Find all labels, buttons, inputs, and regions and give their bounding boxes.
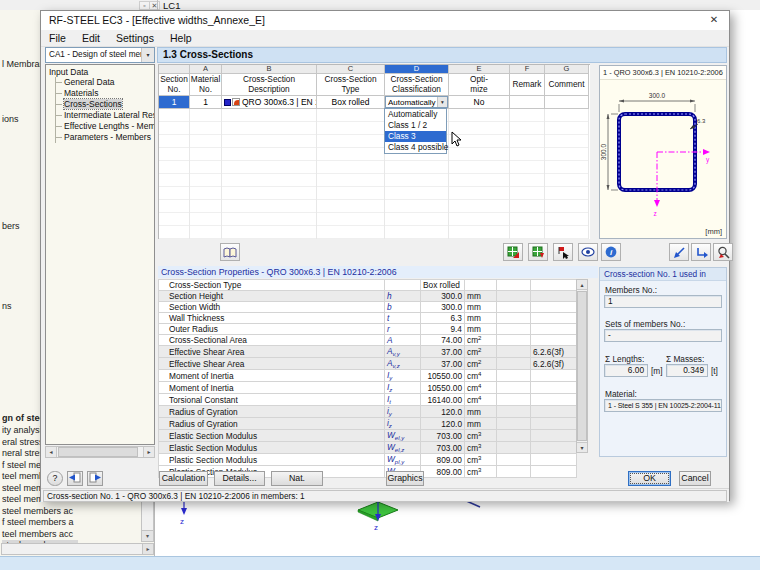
details-button[interactable]: Details... <box>214 471 265 486</box>
scroll-down-icon[interactable]: ▾ <box>577 442 587 452</box>
property-symbol: r <box>385 324 421 335</box>
property-reference <box>531 382 577 394</box>
chevron-down-icon[interactable]: ▾ <box>141 48 154 62</box>
default-view-button[interactable] <box>669 243 689 261</box>
calculation-button[interactable]: Calculation <box>159 471 208 486</box>
scroll-left-icon[interactable]: ◂ <box>46 447 57 457</box>
col-letter-f[interactable]: F <box>510 65 545 74</box>
property-reference <box>531 394 577 406</box>
tree-horizontal-scrollbar[interactable]: ◂ ▸ <box>45 446 155 458</box>
property-name: Torsional Constant <box>159 394 385 406</box>
scroll-down-icon[interactable]: ▾ <box>142 530 153 541</box>
col-letter-d[interactable]: D <box>385 65 449 74</box>
help-button[interactable]: ? <box>47 471 63 486</box>
cell-comment[interactable] <box>545 96 589 109</box>
properties-vertical-scrollbar[interactable]: ▴ ▾ <box>576 279 588 453</box>
section-library-button[interactable] <box>220 243 240 261</box>
zoom-selection-button[interactable] <box>713 243 733 261</box>
property-symbol: iz <box>385 418 421 430</box>
info-button[interactable]: i <box>601 243 621 261</box>
view-mode-button[interactable] <box>578 243 598 261</box>
scroll-up-icon[interactable]: ▴ <box>577 280 587 290</box>
class-option-automatically[interactable]: Automatically <box>385 109 446 120</box>
tree-item-materials[interactable]: Materials <box>56 88 154 99</box>
background-nav-item[interactable]: teel members acc <box>2 529 73 539</box>
property-row-effective-shear-area-v-y: Effective Shear AreaAv,y37.00cm26.2.6(3f… <box>159 346 577 358</box>
tree-item-cross-sections[interactable]: Cross-Sections <box>56 99 154 110</box>
chevron-down-icon[interactable]: ▾ <box>437 97 447 107</box>
tree-item-general-data[interactable]: General Data <box>56 77 154 88</box>
nat-annex-button[interactable]: Nat. Annex... <box>271 471 323 486</box>
corner-arrow-icon <box>695 246 708 259</box>
property-extra <box>497 358 531 370</box>
navigator-vertical-scrollbar[interactable]: ▾ <box>141 500 154 542</box>
property-reference <box>531 454 577 466</box>
thickness-label: 6.3 <box>697 118 706 124</box>
cell-type[interactable]: Box rolled <box>317 96 385 109</box>
navigator-horizontal-scrollbar[interactable]: ▸ <box>1 543 154 555</box>
cell-remark[interactable] <box>510 96 545 109</box>
tree-item-intermediate-lateral-restraints[interactable]: Intermediate Lateral Restraints <box>56 110 154 121</box>
corner-view-button[interactable] <box>691 243 711 261</box>
property-value: 300.0 <box>421 302 465 313</box>
menu-settings[interactable]: Settings <box>108 32 162 44</box>
class-option-class-3[interactable]: Class 3 <box>385 131 446 142</box>
property-row-plastic-section-modulus-pl-y: Plastic Section ModulusWpl,y809.00cm3 <box>159 454 577 466</box>
toolbar-divider <box>157 0 158 10</box>
header-type: Cross-Section Type <box>317 74 385 96</box>
scrollbar-thumb[interactable] <box>58 447 138 457</box>
tree-item-parameters-members[interactable]: Parameters - Members <box>56 132 154 143</box>
property-symbol: iy <box>385 406 421 418</box>
sets-field[interactable]: - <box>604 329 722 342</box>
property-value: 703.00 <box>421 430 465 442</box>
export-section-button[interactable] <box>528 243 548 261</box>
background-nav-item[interactable]: ions <box>2 114 19 124</box>
background-nav-item[interactable]: f steel members a <box>2 517 74 527</box>
tree-item-effective-lengths-members[interactable]: Effective Lengths - Members <box>56 121 154 132</box>
ok-button[interactable]: OK <box>628 471 671 486</box>
col-letter-a[interactable]: A <box>190 65 222 74</box>
class-option-class-4-possible[interactable]: Class 4 possible <box>385 142 446 153</box>
panel-close-icon[interactable]: ✕ <box>149 1 160 10</box>
cell-description[interactable]: QRO 300x6.3 | EN 102 <box>222 96 317 109</box>
cancel-button[interactable]: Cancel <box>679 471 711 486</box>
select-graphically-button[interactable] <box>553 243 573 261</box>
col-letter[interactable] <box>159 65 190 74</box>
col-letter-b[interactable]: B <box>222 65 317 74</box>
design-case-combobox[interactable]: CA1 - Design of steel members ▾ <box>45 47 155 63</box>
members-field[interactable]: 1 <box>604 295 722 308</box>
graphics-button[interactable]: Graphics <box>386 471 424 486</box>
cell-material-no[interactable]: 1 <box>190 96 222 109</box>
sum-lengths-field[interactable]: 6.00 <box>604 364 648 377</box>
sum-masses-field[interactable]: 0.349 <box>666 364 708 377</box>
scroll-right-icon[interactable]: ▸ <box>142 544 153 554</box>
cell-optimize[interactable]: No <box>449 96 510 109</box>
class-option-class-1-2[interactable]: Class 1 / 2 <box>385 120 446 131</box>
menu-file[interactable]: File <box>41 32 74 44</box>
classification-combobox[interactable]: Automatically ▾ <box>385 96 448 108</box>
menu-help[interactable]: Help <box>162 32 200 44</box>
material-field[interactable]: 1 - Steel S 355 | EN 10025-2:2004-11 <box>604 399 722 412</box>
col-letter-c[interactable]: C <box>317 65 385 74</box>
import-section-button[interactable] <box>503 243 523 261</box>
previous-window-button[interactable] <box>67 471 83 486</box>
background-nav-item[interactable]: bers <box>2 221 20 231</box>
scrollbar-thumb[interactable] <box>577 291 587 441</box>
property-symbol: Wel,y <box>385 430 421 442</box>
cell-section-no[interactable]: 1 <box>159 96 190 109</box>
property-value: 37.00 <box>421 346 465 358</box>
tree-root-input-data[interactable]: Input Data <box>49 67 154 77</box>
background-nav-item[interactable]: steel members ac <box>2 506 73 516</box>
scroll-right-icon[interactable]: ▸ <box>143 447 154 457</box>
menu-edit[interactable]: Edit <box>74 32 108 44</box>
masses-unit-label: [t] <box>711 366 718 376</box>
next-window-button[interactable] <box>87 471 103 486</box>
col-letter-g[interactable]: G <box>545 65 589 74</box>
property-unit: cm4 <box>465 382 497 394</box>
background-nav-item[interactable]: ns <box>2 301 12 311</box>
close-icon[interactable]: ✕ <box>699 11 729 30</box>
col-letter-e[interactable]: E <box>449 65 510 74</box>
header-comment: Comment <box>545 74 589 96</box>
mouse-cursor <box>451 131 462 147</box>
property-reference <box>531 313 577 324</box>
